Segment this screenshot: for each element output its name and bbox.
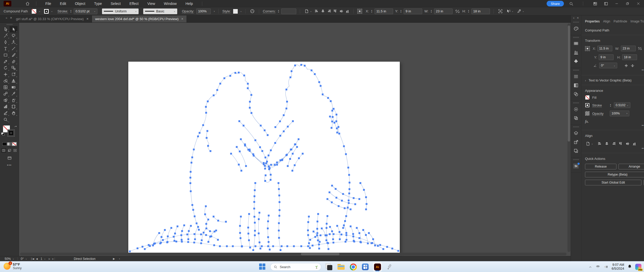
flip-horizontal-icon[interactable] (624, 63, 628, 68)
panel-layout-icon[interactable] (602, 0, 609, 7)
panel-tab-align[interactable]: Align (603, 20, 610, 23)
draw-normal-icon[interactable] (1, 148, 6, 153)
windows-start-icon[interactable] (258, 262, 267, 271)
menu-help[interactable]: Help (181, 0, 197, 7)
align-top-icon[interactable] (333, 9, 337, 13)
gradient-panel-icon[interactable] (571, 81, 581, 90)
status-collapse-icon[interactable]: ‹ (119, 257, 120, 260)
w-stepper[interactable]: ▲▼ (430, 10, 432, 13)
artboard-tool[interactable] (10, 103, 18, 110)
status-expand-icon[interactable]: ▶ (113, 257, 115, 260)
transparency-panel-icon[interactable] (571, 90, 581, 98)
brush-definition-dropdown[interactable]: Basic⌄ (143, 9, 177, 14)
close-tab-icon[interactable]: ✕ (181, 17, 183, 21)
craft-tool-icon[interactable] (385, 262, 394, 271)
menu-select[interactable]: Select (106, 0, 125, 7)
type-tool[interactable] (2, 45, 10, 52)
corners-field[interactable] (281, 9, 296, 14)
slice-tool[interactable] (2, 110, 10, 116)
calculator-icon[interactable] (361, 262, 370, 271)
symbols-tool[interactable] (2, 97, 10, 103)
mesh-tool[interactable] (2, 84, 10, 90)
stroke-weight-field[interactable]: 0.5102 pt⌄ (74, 9, 97, 14)
rotate-tool[interactable] (2, 65, 10, 71)
appearance-stroke-stepper[interactable]: ▲▼ (610, 104, 611, 107)
gradient-tool[interactable] (10, 84, 18, 90)
stroke-color-well[interactable] (7, 129, 15, 137)
align-bottom-icon[interactable] (632, 142, 637, 146)
color-panel-icon[interactable] (571, 24, 581, 33)
asset-export-panel-icon[interactable] (571, 138, 581, 146)
opacity-expand-icon[interactable]: ⌄ (213, 10, 215, 12)
appearance-opacity-field[interactable]: 100%⌄ (610, 111, 629, 116)
free-transform-tool[interactable] (10, 71, 18, 78)
copilot-icon[interactable]: PRE (635, 264, 641, 270)
start-global-edit-button[interactable]: Start Global Edit (585, 180, 641, 185)
appearance-opacity-label[interactable]: Opacity (592, 112, 607, 116)
style-chevron-icon[interactable]: ⌄ (240, 10, 242, 12)
line-tool[interactable] (10, 45, 18, 52)
rotation-dropdown[interactable]: 0°⌄ (19, 256, 29, 261)
dark-app-icon[interactable] (325, 262, 333, 271)
menu-edit[interactable]: Edit (56, 0, 71, 7)
align-center-h-icon[interactable] (605, 142, 609, 146)
collapse-dock-icon[interactable]: « (573, 17, 575, 20)
align-middle-v-icon[interactable] (625, 142, 630, 146)
document-tab[interactable]: girl stuff.ai* @ 33.33 % (CMYK/CPU Previ… (13, 15, 92, 22)
stroke-stepper[interactable]: ▲▼ (70, 10, 72, 13)
blend-tool[interactable] (2, 90, 10, 97)
x-field[interactable]: 11.5 in (375, 9, 393, 14)
release-button[interactable]: Release (585, 164, 616, 169)
notifications-bell-icon[interactable] (628, 264, 632, 269)
draw-behind-icon[interactable] (7, 148, 12, 153)
align-to-selection-icon[interactable]: ⌄ (304, 8, 312, 14)
swap-fill-stroke-icon[interactable] (14, 125, 17, 129)
panel-h-field[interactable]: 18 in (622, 54, 637, 60)
artboard-number-dropdown[interactable]: 1⌄ (39, 256, 47, 261)
stroke-panel-icon[interactable] (571, 72, 581, 81)
compound-path-artwork[interactable] (128, 62, 400, 253)
panel-reference-point-grid[interactable] (585, 46, 590, 51)
appearance-stroke-field[interactable]: 0.5102⌄ (614, 102, 630, 108)
edit-options-icon[interactable]: ⌄ (516, 8, 525, 14)
app-search-icon[interactable] (567, 0, 575, 7)
menu-view[interactable]: View (143, 0, 159, 7)
gradient-button[interactable] (7, 142, 12, 146)
perspective-grid-tool[interactable] (10, 78, 18, 84)
pencil-tool[interactable] (2, 58, 10, 65)
stroke-swatch[interactable] (44, 9, 49, 14)
restore-button[interactable] (624, 0, 631, 7)
panel-tab-pathfinde[interactable]: Pathfinde (614, 20, 627, 23)
corners-stepper[interactable]: ▲▼ (278, 10, 279, 13)
default-fill-stroke-icon[interactable] (1, 133, 5, 136)
h-stepper[interactable]: ▲▼ (468, 10, 469, 13)
zoom-level-dropdown[interactable]: 50%⌄ (3, 256, 16, 261)
appearance-panel-icon[interactable] (571, 105, 581, 114)
share-button[interactable]: Share (547, 1, 564, 6)
y-stepper[interactable]: ▲▼ (400, 10, 402, 13)
style-label[interactable]: Style: (222, 9, 231, 13)
constrain-proportions-icon[interactable] (455, 9, 460, 14)
wifi-icon[interactable] (596, 265, 600, 269)
direct-selection-tool[interactable] (10, 26, 18, 32)
horizontal-scrollbar[interactable] (20, 253, 566, 255)
hand-tool[interactable] (10, 110, 18, 116)
close-toolbar-icon[interactable]: ✕ (10, 16, 12, 20)
flip-vertical-icon[interactable] (630, 63, 635, 68)
first-artboard-icon[interactable]: ◀ (32, 258, 34, 260)
align-left-icon[interactable] (598, 142, 602, 146)
transform-more-icon[interactable]: ••• (642, 68, 644, 72)
lasso-tool[interactable] (10, 32, 18, 39)
align-center-h-icon[interactable] (321, 9, 325, 13)
document-tab[interactable]: western love 2004 dxf.dxf* @ 50 % (RGB/C… (92, 15, 187, 22)
column-graph-tool[interactable] (2, 103, 10, 110)
appearance-opacity-swatch[interactable] (585, 111, 590, 116)
screen-mode-icon[interactable] (0, 156, 19, 160)
collapse-toolbar-icon[interactable]: « (6, 16, 7, 20)
y-field[interactable]: 9 in (404, 9, 422, 14)
canvas-area[interactable]: ••• (0, 23, 571, 256)
tray-chevron-up-icon[interactable] (588, 265, 592, 269)
chrome-icon[interactable] (349, 262, 358, 271)
eraser-tool[interactable] (10, 58, 18, 65)
zoom-tool[interactable] (2, 116, 10, 123)
